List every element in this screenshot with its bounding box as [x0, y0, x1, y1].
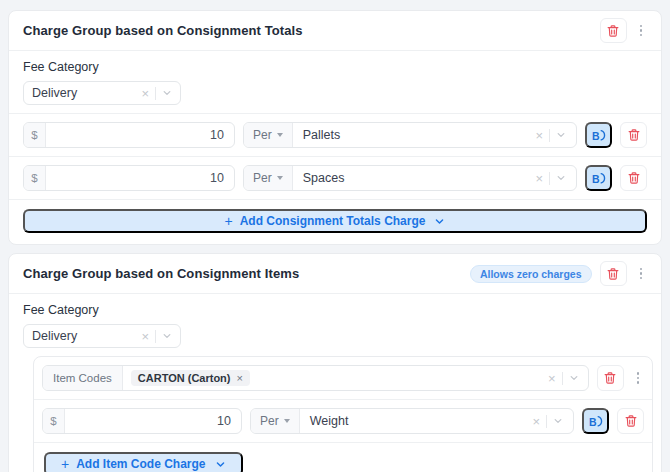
- charge-row: $ 10 Per Spaces ×: [9, 156, 661, 199]
- chevron-down-icon[interactable]: [156, 88, 172, 98]
- plus-icon: +: [225, 214, 233, 228]
- select-suffix: ×: [535, 129, 566, 142]
- card-header-actions: Allows zero charges: [470, 261, 647, 286]
- trash-icon: [603, 371, 617, 385]
- select-suffix: ×: [548, 372, 588, 385]
- select-suffix: ×: [532, 415, 563, 428]
- charge-amount-group: $ 10: [23, 122, 235, 148]
- card-header: Charge Group based on Consignment Totals: [9, 11, 661, 51]
- charge-unit-group: Per Spaces ×: [243, 165, 577, 191]
- caret-down-icon: [277, 133, 283, 137]
- delete-charge-row-button[interactable]: [617, 408, 644, 434]
- select-suffix: ×: [535, 172, 566, 185]
- chevron-down-icon[interactable]: [156, 331, 172, 341]
- kebab-menu-icon[interactable]: [632, 368, 645, 388]
- svg-text:B: B: [592, 172, 600, 184]
- kebab-menu-icon[interactable]: [635, 21, 648, 41]
- charge-amount-group: $ 10: [23, 165, 235, 191]
- billing-options-button[interactable]: B: [585, 122, 612, 148]
- card-header: Charge Group based on Consignment Items …: [9, 254, 661, 294]
- fee-category-label: Fee Category: [23, 303, 647, 317]
- unit-value: Weight: [310, 414, 349, 428]
- per-label: Per: [253, 171, 272, 185]
- billing-options-button[interactable]: B: [585, 165, 612, 191]
- per-dropdown[interactable]: Per: [244, 166, 293, 190]
- fee-category-select[interactable]: Delivery ×: [23, 81, 181, 105]
- add-button-label: Add Item Code Charge: [76, 457, 205, 471]
- currency-addon: $: [43, 409, 65, 433]
- svg-text:B: B: [592, 129, 600, 141]
- amount-input[interactable]: 10: [65, 409, 241, 433]
- delete-charge-row-button[interactable]: [620, 122, 647, 148]
- divider: [9, 199, 661, 200]
- chevron-down-icon[interactable]: [547, 416, 563, 426]
- divider: [34, 442, 652, 443]
- clear-icon[interactable]: ×: [548, 372, 562, 385]
- item-code-tag[interactable]: CARTON (Carton) ×: [131, 370, 250, 386]
- billing-options-button[interactable]: B: [582, 408, 609, 434]
- item-codes-addon-label: Item Codes: [43, 366, 123, 390]
- kebab-menu-icon[interactable]: [635, 264, 648, 284]
- item-code-charge-group-box: Item Codes CARTON (Carton) × ×: [33, 356, 653, 472]
- consignment-items-charge-group-card: Charge Group based on Consignment Items …: [8, 253, 662, 472]
- trash-icon: [606, 267, 620, 281]
- unit-value: Spaces: [303, 171, 345, 185]
- delete-charge-group-button[interactable]: [600, 261, 627, 286]
- fee-category-label: Fee Category: [23, 60, 647, 74]
- trash-icon: [606, 24, 620, 38]
- chevron-down-icon[interactable]: [550, 130, 566, 140]
- per-label: Per: [260, 414, 279, 428]
- clear-icon[interactable]: ×: [535, 172, 549, 185]
- unit-select[interactable]: Weight ×: [300, 409, 573, 433]
- fee-category-select[interactable]: Delivery ×: [23, 324, 181, 348]
- card-title: Charge Group based on Consignment Items: [23, 266, 299, 281]
- charge-unit-group: Per Pallets ×: [243, 122, 577, 148]
- item-codes-row: Item Codes CARTON (Carton) × ×: [34, 357, 652, 399]
- consignment-totals-charge-group-card: Charge Group based on Consignment Totals…: [8, 10, 662, 245]
- tag-remove-icon[interactable]: ×: [237, 372, 243, 384]
- delete-charge-group-button[interactable]: [600, 18, 627, 43]
- charge-unit-group: Per Weight ×: [250, 408, 574, 434]
- per-dropdown[interactable]: Per: [244, 123, 293, 147]
- delete-charge-row-button[interactable]: [620, 165, 647, 191]
- allows-zero-charges-badge: Allows zero charges: [470, 265, 592, 283]
- amount-input[interactable]: 10: [46, 123, 234, 147]
- unit-select[interactable]: Pallets ×: [293, 123, 576, 147]
- add-consignment-totals-charge-button[interactable]: + Add Consignment Totals Charge: [23, 209, 647, 233]
- svg-text:B: B: [589, 415, 597, 427]
- chevron-down-icon: [434, 216, 445, 227]
- amount-input[interactable]: 10: [46, 166, 234, 190]
- charge-amount-group: $ 10: [42, 408, 242, 434]
- chevron-down-icon[interactable]: [550, 173, 566, 183]
- chevron-down-icon: [215, 459, 226, 470]
- fee-category-value: Delivery: [32, 329, 77, 343]
- pricing-settings-page: Charge Group based on Consignment Totals…: [0, 0, 670, 472]
- add-button-label: Add Consignment Totals Charge: [240, 214, 426, 228]
- clear-icon[interactable]: ×: [141, 330, 155, 343]
- trash-icon: [624, 414, 638, 428]
- unit-select[interactable]: Spaces ×: [293, 166, 576, 190]
- chevron-down-icon[interactable]: [563, 373, 579, 383]
- caret-down-icon: [284, 419, 290, 423]
- billing-icon: B: [591, 129, 606, 142]
- add-item-code-charge-button[interactable]: + Add Item Code Charge: [44, 452, 243, 472]
- fee-category-section: Fee Category Delivery ×: [9, 294, 661, 356]
- unit-value: Pallets: [303, 128, 341, 142]
- plus-icon: +: [61, 457, 69, 471]
- per-label: Per: [253, 128, 272, 142]
- billing-icon: B: [591, 172, 606, 185]
- per-dropdown[interactable]: Per: [251, 409, 300, 433]
- select-suffix: ×: [141, 330, 172, 343]
- caret-down-icon: [277, 176, 283, 180]
- clear-icon[interactable]: ×: [535, 129, 549, 142]
- card-header-actions: [600, 18, 648, 43]
- clear-icon[interactable]: ×: [141, 87, 155, 100]
- delete-item-code-group-button[interactable]: [597, 365, 624, 391]
- select-suffix: ×: [141, 87, 172, 100]
- clear-icon[interactable]: ×: [532, 415, 546, 428]
- item-codes-multiselect[interactable]: Item Codes CARTON (Carton) × ×: [42, 365, 589, 391]
- charge-row: $ 10 Per Pallets ×: [9, 113, 661, 156]
- currency-addon: $: [24, 123, 46, 147]
- item-code-tag-label: CARTON (Carton): [138, 372, 231, 384]
- trash-icon: [627, 171, 641, 185]
